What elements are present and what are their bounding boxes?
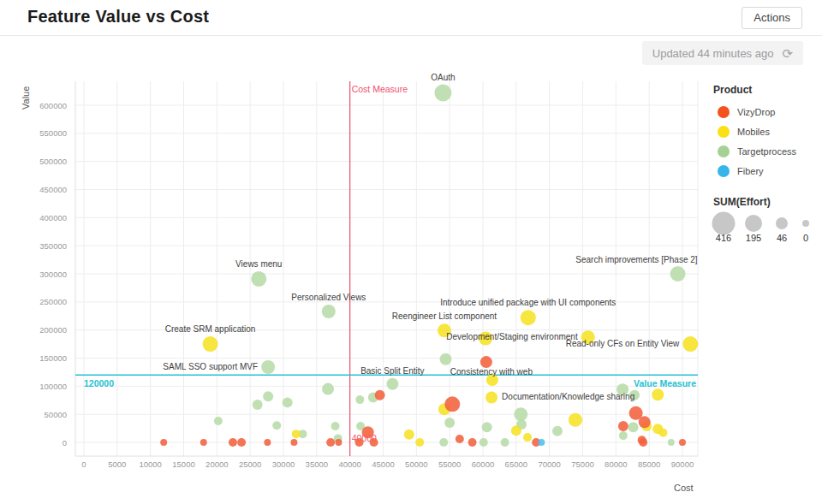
data-point[interactable] — [200, 439, 207, 446]
data-point[interactable] — [326, 438, 335, 447]
data-point[interactable] — [679, 439, 686, 446]
size-legend-label: 416 — [716, 233, 731, 243]
data-point[interactable] — [386, 378, 398, 390]
data-point[interactable] — [501, 438, 509, 447]
legend-label-targetprocess[interactable]: Targetprocess — [737, 146, 797, 157]
data-point[interactable] — [261, 360, 275, 374]
data-point[interactable] — [229, 438, 237, 447]
data-point[interactable] — [434, 85, 451, 102]
data-point[interactable] — [552, 426, 563, 436]
data-point[interactable] — [521, 310, 536, 325]
legend-swatch-fibery[interactable] — [718, 165, 730, 177]
data-point[interactable] — [668, 439, 675, 446]
data-point[interactable] — [514, 407, 527, 421]
point-label: Search improvements [Phase 2] — [575, 255, 698, 264]
x-tick-label: 90000 — [671, 460, 694, 469]
y-tick-label: 150000 — [39, 353, 67, 363]
data-point[interactable] — [480, 438, 488, 447]
size-legend-label: 46 — [777, 233, 787, 243]
data-point[interactable] — [264, 439, 271, 446]
data-point[interactable] — [444, 418, 455, 428]
legend-label-mobiles[interactable]: Mobiles — [737, 127, 770, 137]
data-point[interactable] — [682, 336, 698, 352]
size-legend-label: 0 — [803, 233, 808, 243]
legend-label-vizydrop[interactable]: VizyDrop — [737, 107, 775, 117]
data-point[interactable] — [670, 266, 686, 282]
data-point[interactable] — [440, 353, 452, 365]
size-legend-label: 195 — [746, 233, 761, 243]
data-point[interactable] — [444, 396, 460, 412]
y-axis-title: Value — [21, 86, 31, 110]
point-label: Documentation/Knowledge sharing — [502, 392, 634, 401]
data-point[interactable] — [335, 439, 342, 446]
data-point[interactable] — [482, 422, 492, 432]
data-point[interactable] — [569, 413, 582, 427]
data-point[interactable] — [322, 383, 334, 395]
legend-swatch-mobiles[interactable] — [718, 126, 730, 138]
data-point[interactable] — [263, 391, 273, 401]
data-point[interactable] — [658, 429, 667, 437]
data-point[interactable] — [639, 416, 651, 428]
point-label: SAML SSO support MVF — [163, 362, 258, 371]
data-point[interactable] — [283, 397, 293, 407]
legend-label-fibery[interactable]: Fibery — [737, 166, 764, 176]
data-point[interactable] — [618, 421, 628, 431]
data-point[interactable] — [439, 438, 448, 447]
data-point[interactable] — [468, 438, 477, 447]
data-point[interactable] — [160, 439, 167, 446]
data-point[interactable] — [619, 431, 628, 440]
data-point[interactable] — [523, 433, 532, 442]
data-point[interactable] — [485, 391, 497, 403]
data-point[interactable] — [370, 438, 378, 447]
y-tick-label: 600000 — [39, 101, 67, 110]
point-label: Consistency with web — [450, 367, 533, 377]
data-point[interactable] — [203, 336, 218, 352]
y-tick-label: 450000 — [39, 185, 67, 194]
point-label: Introduce unified package with UI compon… — [440, 298, 616, 307]
legend-product-title: Product — [713, 84, 752, 96]
data-point[interactable] — [456, 435, 464, 443]
legend-swatch-vizydrop[interactable] — [718, 106, 730, 118]
data-point[interactable] — [538, 439, 545, 446]
x-tick-label: 10000 — [139, 460, 161, 469]
y-tick-label: 0 — [63, 438, 67, 448]
data-point[interactable] — [639, 438, 647, 447]
x-tick-label: 20000 — [206, 460, 228, 469]
y-tick-label: 250000 — [39, 297, 67, 306]
size-legend-circle — [802, 220, 809, 227]
data-point[interactable] — [415, 438, 424, 447]
data-point[interactable] — [355, 395, 364, 404]
y-tick-label: 300000 — [39, 270, 67, 279]
data-point[interactable] — [331, 422, 340, 430]
data-point[interactable] — [214, 417, 223, 425]
x-tick-label: 30000 — [272, 460, 295, 469]
data-point[interactable] — [290, 439, 297, 446]
x-tick-label: 85000 — [638, 460, 660, 469]
data-point[interactable] — [253, 400, 263, 410]
point-label: Create SRM application — [165, 324, 256, 334]
data-point[interactable] — [272, 421, 281, 430]
x-tick-label: 45000 — [372, 460, 394, 469]
data-point[interactable] — [251, 271, 266, 287]
x-tick-label: 35000 — [306, 460, 328, 469]
size-legend-circle — [712, 212, 736, 235]
data-point[interactable] — [652, 388, 664, 400]
x-tick-label: 65000 — [505, 460, 527, 469]
size-legend-circle — [776, 217, 788, 229]
cost-measure-label: Cost Measure — [352, 84, 408, 94]
point-label: Read-only CFs on Entity View — [566, 339, 680, 348]
data-point[interactable] — [511, 425, 521, 436]
point-label: Views menu — [235, 259, 282, 269]
value-measure-value: 120000 — [84, 378, 114, 388]
data-point[interactable] — [480, 356, 492, 368]
legend-swatch-targetprocess[interactable] — [718, 145, 730, 157]
data-point[interactable] — [237, 438, 246, 447]
data-point[interactable] — [355, 438, 364, 447]
data-point[interactable] — [375, 390, 385, 400]
data-point[interactable] — [292, 430, 301, 438]
data-point[interactable] — [362, 426, 374, 438]
data-point[interactable] — [322, 305, 336, 318]
data-point[interactable] — [628, 422, 639, 432]
y-tick-label: 400000 — [39, 213, 67, 222]
data-point[interactable] — [404, 430, 414, 440]
